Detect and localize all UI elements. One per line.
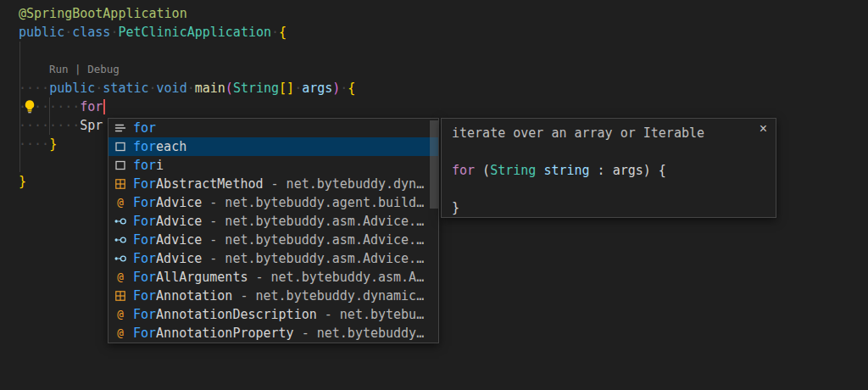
- constant-icon: [114, 233, 127, 247]
- suggest-item-forannotationdescription[interactable]: @ForAnnotationDescription - net.bytebu…: [108, 305, 438, 324]
- suggest-item-forallarguments[interactable]: @ForAllArguments - net.bytebuddy.asm.A…: [108, 268, 438, 287]
- suggest-label: for: [133, 120, 156, 136]
- close-icon[interactable]: ×: [760, 122, 767, 136]
- suggest-list: forforeachforiForAbstractMethod - net.by…: [108, 119, 438, 343]
- suggest-item-foradvice[interactable]: ForAdvice - net.bytebuddy.asm.Advice.…: [108, 231, 438, 249]
- code-token: ·: [64, 25, 72, 40]
- code-token: ·: [271, 25, 279, 40]
- suggest-label-part: AbstractMethod: [156, 176, 263, 192]
- suggest-item-fori[interactable]: fori: [108, 156, 438, 175]
- suggest-label: ForAnnotationDescription - net.bytebu…: [133, 307, 424, 322]
- annotation-icon: @: [114, 196, 127, 209]
- suggest-label-part: For: [133, 214, 156, 229]
- constant-icon: [114, 252, 127, 265]
- suggest-item-forannotationproperty[interactable]: @ForAnnotationProperty - net.bytebuddy…: [108, 324, 438, 343]
- code-line: [19, 42, 355, 60]
- suggest-label-part: each: [156, 139, 186, 154]
- suggest-label-part: - net.bytebu…: [317, 307, 424, 322]
- suggest-label-part: - net.bytebuddy.agent.build…: [202, 195, 424, 210]
- codelens-separator: |: [69, 63, 88, 75]
- vscode-editor-window: @SpringBootApplicationpublic·class·PetCl…: [0, 0, 868, 390]
- class-icon: [114, 289, 127, 303]
- suggest-label-part: - net.bytebuddy.asm.A…: [248, 270, 424, 285]
- suggest-label-part: AllArguments: [156, 270, 248, 285]
- suggest-label-part: - net.bytebuddy.asm.Advice.…: [202, 214, 424, 229]
- code-token: ·: [149, 81, 157, 96]
- suggest-item-foradvice[interactable]: ForAdvice - net.bytebuddy.asm.Advice.…: [108, 249, 438, 268]
- code-token: ····: [19, 136, 49, 152]
- code-line: public·class·PetClinicApplication·{: [19, 23, 355, 42]
- suggest-label-part: For: [133, 176, 156, 192]
- suggest-label-part: i: [156, 158, 164, 173]
- text-cursor: [103, 99, 105, 114]
- code-token: main: [195, 81, 225, 96]
- suggest-label: ForAdvice - net.bytebuddy.asm.Advice.…: [133, 251, 424, 266]
- code-token: for: [452, 163, 475, 178]
- suggest-label-part: For: [133, 270, 156, 285]
- scrollbar-thumb[interactable]: [430, 120, 438, 209]
- code-token: }: [49, 136, 57, 152]
- code-token: }: [452, 200, 459, 215]
- suggest-label: ForAbstractMethod - net.bytebuddy.dyn…: [133, 176, 424, 192]
- code-token: public: [19, 25, 64, 40]
- annotation-icon: @: [114, 270, 127, 284]
- docs-code-line: for (String string : args) {: [452, 161, 765, 180]
- code-token: (: [225, 81, 233, 96]
- code-token: []: [279, 81, 294, 96]
- keyword-icon: [114, 121, 127, 135]
- suggest-label: ForAnnotationProperty - net.bytebuddy…: [133, 326, 424, 341]
- suggest-label-part: for: [133, 120, 156, 136]
- snippet-icon: [114, 159, 127, 172]
- code-token: ········: [19, 118, 80, 133]
- code-token: void: [157, 81, 187, 96]
- suggest-label-part: - net.bytebuddy.dyn…: [264, 176, 425, 192]
- suggest-item-forannotation[interactable]: ForAnnotation - net.bytebuddy.dynamic…: [108, 287, 438, 305]
- suggest-label-part: - net.bytebuddy…: [294, 326, 425, 341]
- suggest-label-part: For: [133, 307, 156, 322]
- codelens-run-link[interactable]: Run: [49, 63, 69, 75]
- code-token: {: [348, 81, 355, 96]
- code-token: ····: [19, 81, 49, 96]
- code-token: ·: [340, 81, 348, 96]
- annotation-icon: @: [114, 326, 127, 340]
- code-token: (: [475, 163, 490, 178]
- suggest-item-foradvice[interactable]: ForAdvice - net.bytebuddy.asm.Advice.…: [108, 212, 438, 231]
- suggest-label-part: For: [133, 195, 156, 210]
- suggest-label: ForAdvice - net.bytebuddy.agent.build…: [133, 195, 424, 210]
- suggest-label: fori: [133, 158, 164, 173]
- lightbulb-icon[interactable]: [22, 99, 37, 114]
- code-token: String: [490, 163, 536, 178]
- code-token: public: [49, 81, 95, 96]
- suggest-label-part: For: [133, 288, 156, 304]
- code-line: @SpringBootApplication: [19, 4, 355, 23]
- suggest-label-part: Advice: [156, 195, 202, 210]
- svg-text:@: @: [117, 308, 124, 320]
- suggest-item-forabstractmethod[interactable]: ForAbstractMethod - net.bytebuddy.dyn…: [108, 175, 438, 193]
- code-token: String: [233, 81, 279, 96]
- suggest-label-part: AnnotationDescription: [156, 307, 317, 322]
- suggest-item-foradvice[interactable]: @ForAdvice - net.bytebuddy.agent.build…: [108, 193, 438, 212]
- code-token: args: [302, 81, 332, 96]
- suggest-docs-panel: × iterate over an array or Iterable for …: [441, 118, 776, 218]
- code-token: ): [332, 81, 340, 96]
- svg-text:@: @: [117, 270, 124, 283]
- suggest-item-foreach[interactable]: foreach: [108, 137, 438, 156]
- suggest-label: foreach: [133, 139, 186, 154]
- suggest-label-part: For: [133, 326, 156, 341]
- annotation-icon: @: [114, 308, 127, 321]
- codelens-line: Run | Debug: [19, 60, 355, 79]
- code-token: Spr: [80, 118, 103, 133]
- code-token: ·: [187, 81, 195, 96]
- suggest-item-for[interactable]: for: [108, 119, 438, 137]
- constant-icon: [114, 214, 127, 228]
- code-token: PetClinicApplication: [118, 25, 271, 40]
- code-line: ····public·static·void·main(String[]·arg…: [19, 79, 355, 98]
- suggest-label-part: Advice: [156, 232, 202, 248]
- suggest-label-part: Advice: [156, 251, 202, 266]
- suggest-widget: forforeachforiForAbstractMethod - net.by…: [108, 118, 439, 343]
- code-token: }: [19, 174, 26, 189]
- suggest-label: ForAllArguments - net.bytebuddy.asm.A…: [133, 270, 424, 285]
- suggest-label: ForAdvice - net.bytebuddy.asm.Advice.…: [133, 214, 424, 229]
- snippet-icon: [114, 140, 127, 153]
- codelens-debug-link[interactable]: Debug: [87, 63, 120, 75]
